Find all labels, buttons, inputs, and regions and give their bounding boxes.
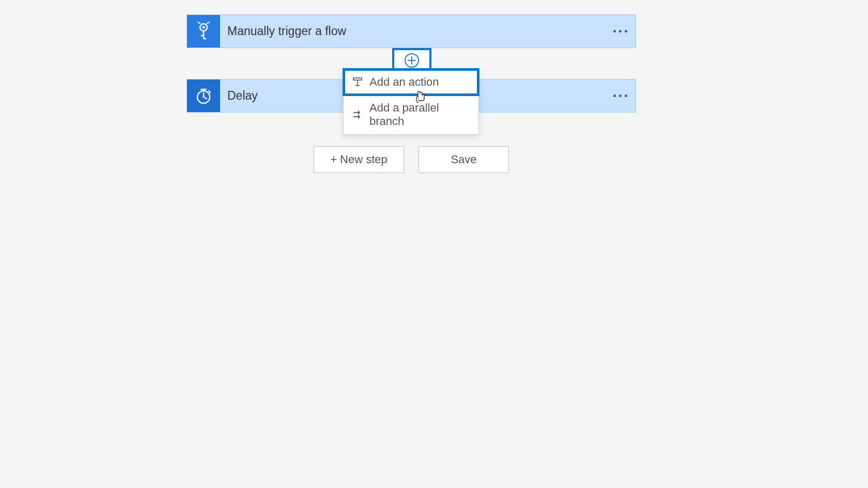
menu-add-action-label: Add an action	[369, 75, 439, 89]
add-action-icon	[352, 76, 363, 88]
save-label: Save	[451, 153, 476, 166]
menu-add-action[interactable]: Add an action	[344, 69, 478, 95]
delay-icon	[187, 80, 220, 112]
new-step-button[interactable]: + New step	[314, 146, 404, 173]
trigger-card[interactable]: Manually trigger a flow	[187, 14, 636, 48]
flow-canvas: Manually trigger a flow Delay	[0, 0, 868, 488]
trigger-more-button[interactable]	[605, 15, 636, 48]
trigger-icon	[187, 15, 220, 48]
more-icon	[613, 95, 627, 97]
insert-menu: Add an action Add a parallel branch	[343, 69, 479, 135]
svg-point-1	[203, 26, 205, 28]
save-button[interactable]: Save	[419, 146, 509, 173]
plus-icon	[405, 53, 419, 68]
add-parallel-icon	[352, 109, 363, 120]
menu-add-parallel[interactable]: Add a parallel branch	[344, 95, 478, 134]
svg-rect-3	[353, 78, 362, 80]
trigger-title: Manually trigger a flow	[220, 24, 605, 38]
new-step-label: + New step	[330, 153, 388, 166]
menu-add-parallel-label: Add a parallel branch	[369, 101, 470, 128]
delay-more-button[interactable]	[605, 80, 636, 112]
more-icon	[613, 30, 627, 33]
